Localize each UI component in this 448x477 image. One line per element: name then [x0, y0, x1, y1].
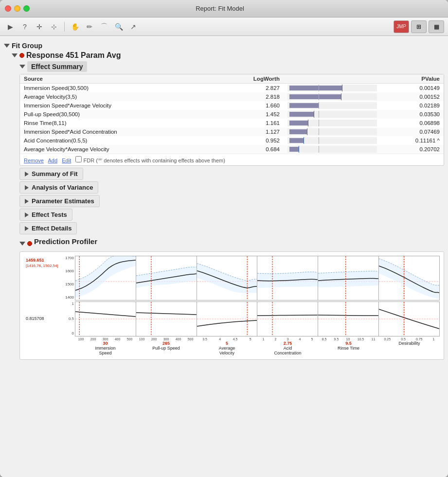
logworth-cell: 0.684	[217, 145, 284, 154]
main-charts	[75, 256, 440, 300]
section-label-2: Parameter Estimates	[32, 197, 94, 205]
x-axis-cell-0: 100200300400500 30 ImmersionSpeed	[75, 337, 136, 355]
main-chart-cell-2	[197, 256, 258, 300]
x-current-value-2: 5	[197, 341, 257, 346]
close-button[interactable]	[5, 5, 11, 12]
table-row: Average Velocity(3,5) 2.818 0.00152	[20, 92, 444, 101]
section-triangle-3	[25, 212, 29, 217]
icon-btn-1[interactable]: JMP	[394, 20, 409, 33]
response-toggle[interactable]	[12, 53, 18, 57]
edit-link[interactable]: Edit	[62, 158, 71, 163]
collapsible-btn-1[interactable]: Analysis of Variance	[19, 181, 98, 194]
source-cell: Immersion Speed*Average Velocity	[20, 101, 217, 110]
move-tool[interactable]: ✛	[33, 20, 46, 33]
x-axis-cell-3: 12345 2.75 AcidConcentration	[257, 337, 318, 355]
bar-cell	[284, 110, 381, 119]
help-tool[interactable]: ?	[18, 20, 31, 33]
section-label-4: Effect Details	[32, 225, 72, 232]
desirability-y-axis: 1 0.5 0	[60, 301, 75, 336]
main-chart-svg-4	[318, 256, 378, 300]
main-chart-svg-5	[379, 256, 439, 300]
response-section: Response 451 Param Avg Effect Summary So…	[4, 51, 444, 360]
section-triangle-4	[25, 226, 29, 231]
maximize-button[interactable]	[23, 5, 30, 12]
x-tick-labels-4: 8.59.51010.511	[318, 337, 379, 341]
traffic-lights	[5, 5, 30, 12]
logworth-cell: 2.827	[217, 84, 284, 93]
minimize-button[interactable]	[14, 5, 20, 12]
add-link[interactable]: Add	[48, 158, 58, 163]
desirability-chart-cell-3	[257, 302, 318, 336]
desirability-chart-cell-2	[197, 302, 258, 336]
hand-tool[interactable]: ✋	[69, 20, 81, 33]
logworth-cell: 0.952	[217, 136, 284, 145]
pvalue-cell: 0.20702	[381, 145, 444, 154]
prediction-indicator	[27, 241, 32, 246]
x-name-1: Pull-up Speed	[136, 346, 197, 351]
collapsible-btn-0[interactable]: Summary of Fit	[19, 168, 83, 180]
table-row: Acid Concentration(0.5,5) 0.952 0.11161 …	[20, 136, 444, 145]
des-chart-svg-2	[197, 302, 257, 336]
section-label-1: Analysis of Variance	[32, 184, 93, 191]
arrow-tool[interactable]: ↗	[127, 20, 140, 33]
desirability-row: 1 0.5 0	[60, 301, 440, 336]
window-title: Report: Fit Model	[36, 5, 404, 12]
icon-btn-2[interactable]: ⊞	[411, 20, 427, 33]
fit-group-toggle[interactable]	[4, 44, 10, 48]
col-source: Source	[20, 74, 217, 84]
pvalue-cell: 0.00149	[381, 84, 444, 93]
desirability-y-label: 0.815708	[24, 301, 60, 336]
fdr-checkbox[interactable]	[75, 156, 82, 162]
desirability-chart-cell-5	[379, 302, 439, 336]
main-y-axis: 1700 1600 1500 1400	[60, 256, 75, 300]
table-row: Immersion Speed*Acid Concentration 1.127…	[20, 127, 444, 136]
desirability-value: 0.815708	[26, 316, 44, 321]
fit-group-section: Fit Group Response 451 Param Avg Effect …	[4, 42, 444, 360]
table-row: Immersion Speed*Average Velocity 1.660 0…	[20, 101, 444, 110]
response-content: Effect Summary Source LogWorth PValue	[12, 61, 444, 360]
source-cell: Immersion Speed(30,500)	[20, 84, 217, 93]
prediction-profiler-title: Prediction Profiler	[34, 237, 97, 246]
col-bar	[284, 74, 381, 84]
magnify-tool[interactable]: 🔍	[112, 20, 125, 33]
pvalue-cell: 0.03530	[381, 110, 444, 119]
col-pvalue: PValue	[381, 74, 444, 84]
response-indicator	[19, 53, 24, 58]
icon-btn-3[interactable]: ▦	[429, 20, 444, 33]
collapsible-section-0: Summary of Fit	[19, 168, 444, 180]
collapsible-btn-3[interactable]: Effect Tests	[19, 209, 72, 221]
fit-group-label: Fit Group	[12, 42, 42, 50]
x-name-4: Rinse Time	[318, 346, 379, 351]
x-name-0: ImmersionSpeed	[75, 346, 136, 355]
main-chart-svg-2	[197, 256, 257, 300]
y-value: 1459.651	[26, 258, 60, 264]
prediction-toggle[interactable]	[19, 242, 25, 246]
effect-summary-toggle[interactable]	[19, 65, 25, 69]
pencil-tool[interactable]: ✏	[83, 20, 96, 33]
desirability-charts	[75, 301, 440, 336]
bar-cell	[284, 92, 381, 101]
x-name-2: AverageVelocity	[197, 346, 257, 355]
collapsible-btn-2[interactable]: Parameter Estimates	[19, 195, 100, 207]
table-footer: Remove Add Edit FDR ('^' denotes effects…	[20, 154, 444, 165]
y-labels-col: 1459.651 [1416.76, 1502.54] 0.815708	[24, 258, 60, 336]
effect-table: Source LogWorth PValue Immersion Speed(3…	[20, 74, 444, 154]
collapsible-btn-4[interactable]: Effect Details	[19, 222, 77, 234]
col-logworth: LogWorth	[217, 74, 284, 84]
section-triangle-1	[25, 185, 29, 190]
cursor-tool[interactable]: ▶	[4, 20, 17, 33]
x-tick-labels-3: 12345	[257, 337, 318, 341]
crosshair-tool[interactable]: ⊹	[48, 20, 60, 33]
bar-cell	[284, 145, 381, 154]
collapsible-section-2: Parameter Estimates	[19, 195, 444, 207]
x-current-value-4: 9.5	[318, 341, 379, 346]
x-axis-container: 100200300400500 30 ImmersionSpeed 100200…	[75, 337, 440, 355]
bar-cell	[284, 136, 381, 145]
bar-cell	[284, 84, 381, 93]
collapsible-sections: Summary of Fit Analysis of Variance Para…	[19, 168, 444, 234]
lasso-tool[interactable]: ⌒	[98, 20, 110, 33]
fdr-note: ('^' denotes effects with containing eff…	[96, 158, 225, 163]
table-row: Average Velocity*Average Velocity 0.684 …	[20, 145, 444, 154]
main-chart-svg-0	[75, 256, 136, 300]
remove-link[interactable]: Remove	[24, 158, 44, 163]
